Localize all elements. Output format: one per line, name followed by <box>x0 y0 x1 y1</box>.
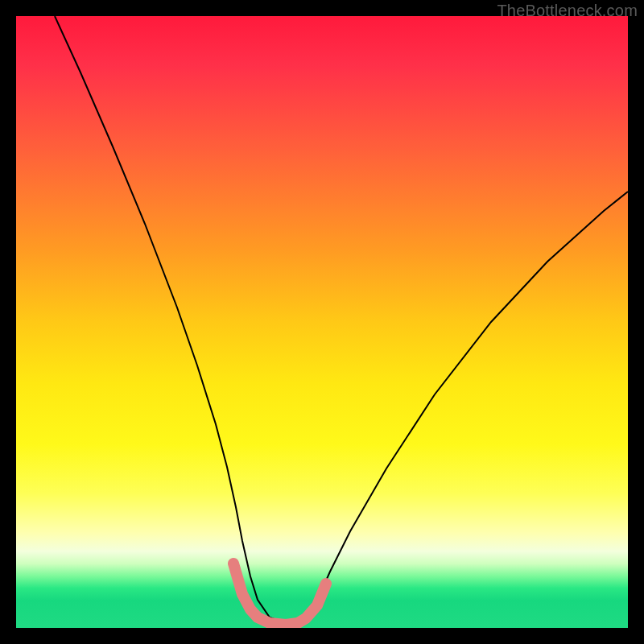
chart-frame: TheBottleneck.com <box>0 0 644 644</box>
bottleneck-band <box>233 564 326 625</box>
plot-area <box>16 16 628 628</box>
bottleneck-curve <box>55 16 628 623</box>
curve-svg <box>16 16 628 628</box>
